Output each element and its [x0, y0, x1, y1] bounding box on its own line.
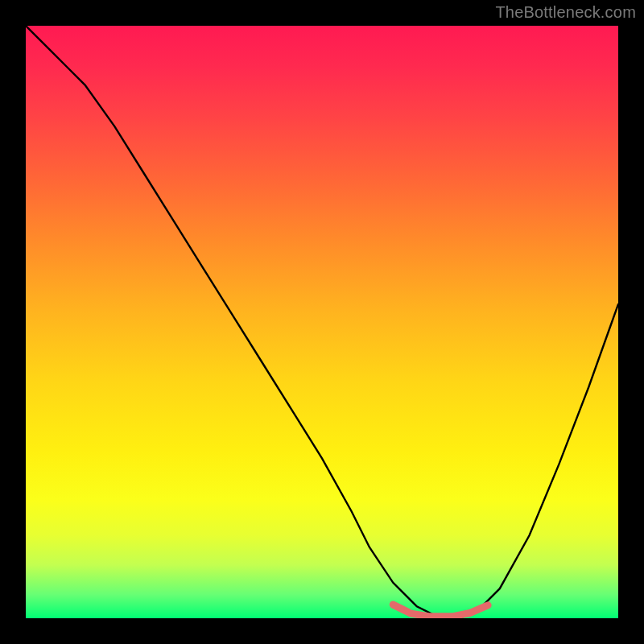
watermark-text: TheBottleneck.com: [495, 3, 636, 22]
bottleneck-chart: [26, 26, 618, 618]
bottleneck-curve: [26, 26, 618, 618]
chart-frame: [26, 26, 618, 618]
optimal-range-highlight: [393, 605, 488, 617]
